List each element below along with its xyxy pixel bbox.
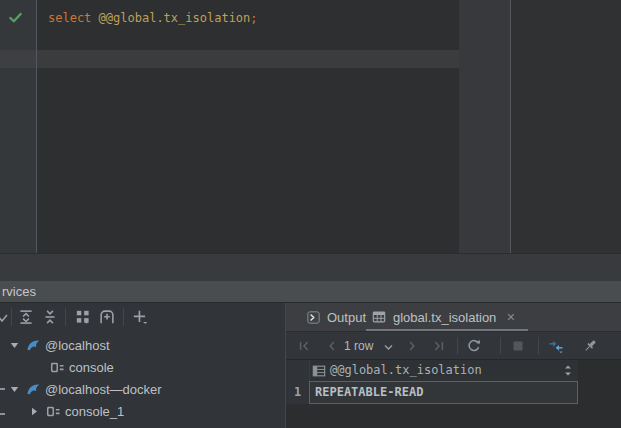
editor-current-line-highlight (0, 50, 459, 68)
console-icon (50, 361, 65, 374)
clipped-icon-fragment (0, 388, 5, 390)
chevron-down-icon[interactable] (10, 385, 19, 394)
collapse-all-icon[interactable] (41, 308, 59, 326)
tree-item-console[interactable]: console (50, 422, 114, 428)
chevron-down-icon[interactable] (384, 344, 393, 351)
refresh-icon[interactable] (466, 338, 482, 354)
add-frame-icon[interactable] (98, 308, 116, 326)
close-icon[interactable]: ✕ (506, 311, 515, 324)
sort-toggle-icon[interactable] (563, 364, 573, 377)
stop-icon[interactable] (510, 338, 526, 354)
services-toolbar (0, 303, 285, 331)
column-icon (312, 364, 326, 378)
sync-arrows-icon[interactable] (548, 338, 564, 354)
toolbar-separator (538, 337, 539, 354)
editor-split: select @@global.tx_isolation; (0, 0, 621, 253)
tree-item-label: @localhost (45, 338, 110, 353)
tab-global-tx-isolation[interactable]: global.tx_isolation ✕ (372, 303, 516, 331)
chevron-down-icon[interactable] (10, 341, 19, 350)
editor-gutter (0, 0, 36, 253)
tree-item-console-1[interactable]: console_1 (30, 400, 124, 422)
toolbar-separator (11, 308, 12, 326)
result-tab-bar: Output global.tx_isolation ✕ (286, 303, 621, 332)
sql-semicolon: ; (250, 11, 257, 25)
horizontal-splitter[interactable] (0, 253, 621, 281)
toolbar-separator (65, 308, 66, 326)
active-tab-underline (366, 329, 528, 331)
tab-label: Output (327, 310, 366, 325)
toolbar-separator (500, 337, 501, 354)
add-icon[interactable] (131, 308, 149, 326)
chevron-right-icon[interactable] (30, 407, 39, 416)
tree-item-label: @localhost—docker (45, 382, 162, 397)
group-by-icon[interactable] (74, 308, 92, 326)
gutter-divider (36, 0, 37, 253)
last-page-icon[interactable] (431, 338, 447, 354)
table-icon (372, 310, 386, 324)
next-page-icon[interactable] (404, 338, 420, 354)
statement-success-icon (8, 10, 23, 25)
mysql-icon (26, 382, 41, 397)
tab-label: global.tx_isolation (393, 310, 496, 325)
tree-item-console[interactable]: console (50, 356, 114, 378)
grid-cell-value[interactable]: REPEATABLE-READ (315, 385, 423, 399)
services-panel-title: rvices (2, 284, 36, 299)
pin-icon[interactable] (582, 338, 598, 354)
sql-statement[interactable]: select @@global.tx_isolation; (48, 11, 258, 25)
right-editor-gutter (459, 0, 510, 253)
services-panel-header: rvices (0, 281, 621, 303)
grid-pagination-bar: 1 row (286, 332, 621, 360)
first-page-icon[interactable] (296, 338, 312, 354)
tree-item-label: console_1 (65, 404, 124, 419)
row-count-dropdown[interactable]: 1 row (344, 339, 373, 353)
tree-item-localhost[interactable]: @localhost (10, 334, 110, 356)
gutter-current-line (0, 50, 36, 68)
console-icon (46, 405, 61, 418)
tree-item-label: console (69, 360, 114, 375)
tab-output[interactable]: Output (307, 303, 366, 331)
result-grid: @@global.tx_isolation 1 REPEATABLE-READ (286, 360, 621, 428)
clipped-icon-fragment (0, 413, 5, 415)
result-panel: Output global.tx_isolation ✕ (286, 303, 621, 428)
toolbar-separator (123, 308, 124, 326)
right-editor-pane[interactable] (511, 0, 621, 253)
previous-page-icon[interactable] (324, 338, 340, 354)
toolbar-separator (457, 337, 458, 354)
terminal-icon (307, 311, 320, 324)
grid-row-number[interactable]: 1 (286, 385, 309, 399)
tree-item-localhost-docker[interactable]: @localhost—docker (10, 378, 162, 400)
expand-all-icon[interactable] (17, 308, 35, 326)
mysql-icon (26, 338, 41, 353)
grid-column-header-label[interactable]: @@global.tx_isolation (330, 363, 482, 377)
sql-system-variable: @@global.tx_isolation (91, 11, 250, 25)
clipped-chevron-icon[interactable] (0, 313, 8, 323)
sql-keyword: select (48, 11, 91, 25)
services-tree-panel: @localhost console @localhost—docker (0, 303, 285, 428)
datagrip-window: select @@global.tx_isolation; rvices (0, 0, 621, 428)
services-panel-body: @localhost console @localhost—docker (0, 303, 621, 428)
